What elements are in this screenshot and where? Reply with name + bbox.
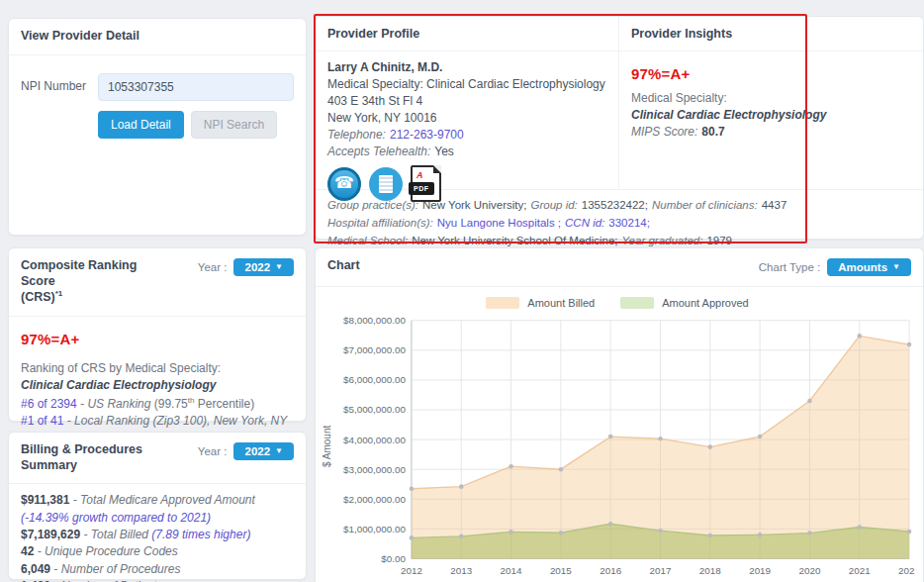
us-ranking-link[interactable]: #6 of 2394 — [21, 397, 77, 411]
legend-label-billed: Amount Billed — [527, 297, 595, 309]
legend-swatch-billed — [486, 297, 519, 309]
billing-year-label: Year : — [198, 445, 228, 457]
pdf-curl-glyph: A — [416, 169, 423, 182]
hospital-affiliation-link[interactable]: Nyu Langone Hospitals ; — [437, 217, 561, 229]
svg-text:2014: 2014 — [501, 565, 522, 576]
year-graduated-value: 1979 — [706, 235, 732, 246]
mips-score-label: MIPS Score: — [631, 125, 697, 139]
provider-profile-card: Provider Profile Larry A Chinitz, M.D. M… — [315, 16, 924, 240]
svg-text:2013: 2013 — [450, 565, 472, 576]
chevron-down-icon: ▼ — [275, 447, 283, 455]
svg-text:2012: 2012 — [401, 565, 422, 576]
legend-item-amount-approved[interactable]: Amount Approved — [620, 297, 748, 309]
npi-number-input[interactable] — [98, 73, 294, 101]
svg-text:2018: 2018 — [699, 565, 721, 576]
telehealth-label: Accepts Telehealth: — [327, 145, 430, 158]
year-graduated-label: Year graduated: — [622, 235, 703, 246]
billing-title: Billing & Procedures Summary — [21, 442, 198, 473]
view-provider-detail-header: View Provider Detail — [9, 19, 306, 55]
provider-profile-title: Provider Profile — [316, 17, 618, 51]
hospital-affiliation-line: Hospital affiliation(s):Nyu Langone Hosp… — [327, 215, 911, 233]
telephone-label: Telephone: — [327, 128, 386, 142]
chart-panel: Chart Chart Type : Amounts▼ Amount Bille… — [315, 247, 924, 582]
report-document-icon[interactable] — [369, 167, 403, 201]
chevron-down-icon: ▼ — [892, 263, 900, 271]
crs-ranking-intro: Ranking of CRS by Medical Specialty: — [21, 360, 294, 377]
insights-grade: 97%=A+ — [631, 63, 911, 84]
svg-text:2017: 2017 — [650, 565, 672, 576]
legend-item-amount-billed[interactable]: Amount Billed — [486, 297, 595, 309]
crs-specialty: Clinical Cardiac Electrophysiology — [21, 377, 294, 394]
chart-type-label: Chart Type : — [759, 261, 820, 273]
crs-title: Composite Ranking Score(CRS)*1 — [21, 258, 169, 306]
area-chart-canvas: $0.00$1,000,000.00$2,000,000.00$3,000,00… — [333, 311, 915, 582]
billing-row: $911,381 - Total Medicare Approved Amoun… — [21, 492, 294, 527]
chevron-down-icon: ▼ — [275, 263, 283, 271]
svg-text:2016: 2016 — [600, 565, 621, 576]
npi-search-button[interactable]: NPI Search — [191, 111, 277, 139]
local-ranking-link[interactable]: #1 of 41 — [21, 414, 63, 428]
crs-panel: Composite Ranking Score(CRS)*1 Year : 20… — [8, 247, 307, 422]
svg-text:2020: 2020 — [798, 565, 820, 576]
crs-year-dropdown[interactable]: 2022▼ — [233, 258, 294, 276]
us-percentile-pre: (99.75 — [154, 397, 188, 411]
billing-row: $7,189,629 - Total Billed (7.89 times hi… — [21, 527, 294, 543]
npi-number-label: NPI Number — [21, 73, 98, 93]
svg-text:$8,000,000.00: $8,000,000.00 — [343, 315, 407, 326]
provider-address-line2: New York, NY 10016 — [327, 110, 606, 127]
pdf-file-icon[interactable]: A PDF — [411, 165, 441, 202]
svg-text:$0.00: $0.00 — [381, 553, 406, 564]
insights-specialty-label: Medical Specialty: — [631, 90, 911, 107]
svg-text:$4,000,000.00: $4,000,000.00 — [343, 435, 407, 445]
svg-text:$2,000,000.00: $2,000,000.00 — [343, 494, 407, 505]
billing-row: 6,049 - Number of Procedures — [21, 561, 294, 578]
medical-school-value: New York University School Of Medicine; — [412, 235, 617, 246]
y-axis-title: $ Amount — [320, 311, 333, 582]
us-percentile-post: Percentile) — [194, 397, 254, 411]
provider-name: Larry A Chinitz, M.D. — [327, 59, 606, 76]
svg-text:2022: 2022 — [898, 565, 915, 576]
provider-insights-section: Provider Insights 97%=A+ Medical Special… — [619, 17, 923, 189]
svg-text:$5,000,000.00: $5,000,000.00 — [343, 404, 407, 415]
view-provider-detail-panel: View Provider Detail NPI Number Load Det… — [8, 18, 307, 236]
svg-text:$1,000,000.00: $1,000,000.00 — [343, 524, 407, 534]
legend-label-approved: Amount Approved — [662, 297, 748, 309]
chart-legend: Amount Billed Amount Approved — [320, 297, 915, 309]
load-detail-button[interactable]: Load Detail — [98, 111, 184, 139]
crs-year-label: Year : — [198, 261, 228, 273]
us-ranking-text: - US Ranking — [77, 397, 154, 411]
svg-text:$7,000,000.00: $7,000,000.00 — [343, 344, 407, 355]
provider-address-line1: 403 E 34th St Fl 4 — [327, 93, 606, 110]
provider-insights-title: Provider Insights — [619, 17, 923, 51]
billing-year-dropdown[interactable]: 2022▼ — [233, 442, 294, 460]
chart-type-dropdown[interactable]: Amounts▼ — [827, 258, 911, 276]
insights-mips-line: MIPS Score:80.7 — [631, 124, 911, 141]
pdf-fold-corner — [433, 165, 441, 173]
document-glyph — [379, 175, 393, 193]
legend-swatch-approved — [620, 297, 654, 309]
billing-row: 42 - Unique Procedure Codes — [21, 543, 294, 560]
provider-profile-section: Provider Profile Larry A Chinitz, M.D. M… — [316, 17, 619, 189]
svg-text:2015: 2015 — [550, 565, 572, 576]
clinicians-value: 4437 — [762, 199, 787, 211]
group-practice-label: Group practice(s): — [327, 199, 418, 211]
phone-icon[interactable]: ☎ — [327, 167, 361, 201]
provider-telephone-line: Telephone:212-263-9700 — [327, 127, 606, 144]
telephone-link[interactable]: 212-263-9700 — [390, 128, 464, 142]
billing-summary-panel: Billing & Procedures Summary Year : 2022… — [8, 432, 307, 580]
ccn-id-value[interactable]: 330214; — [608, 217, 650, 229]
chart-body: Amount Billed Amount Approved $ Amount $… — [316, 287, 923, 582]
svg-text:$3,000,000.00: $3,000,000.00 — [343, 464, 407, 475]
chart-title: Chart — [327, 258, 360, 274]
hospital-affiliation-label: Hospital affiliation(s): — [327, 217, 433, 229]
svg-text:2019: 2019 — [749, 565, 771, 576]
billing-row: 1,480 - Number of Patients — [21, 578, 294, 582]
clinicians-label: Number of clinicians: — [652, 199, 758, 211]
svg-text:$6,000,000.00: $6,000,000.00 — [343, 374, 407, 385]
svg-text:2021: 2021 — [849, 565, 871, 576]
group-id-label: Group id: — [531, 199, 578, 211]
pdf-badge-label: PDF — [409, 182, 434, 195]
provider-specialty-line: Medical Specialty: Clinical Cardiac Elec… — [327, 76, 606, 93]
npi-form-row: NPI Number Load Detail NPI Search — [9, 55, 306, 139]
medical-school-label: Medical School: — [327, 235, 408, 246]
